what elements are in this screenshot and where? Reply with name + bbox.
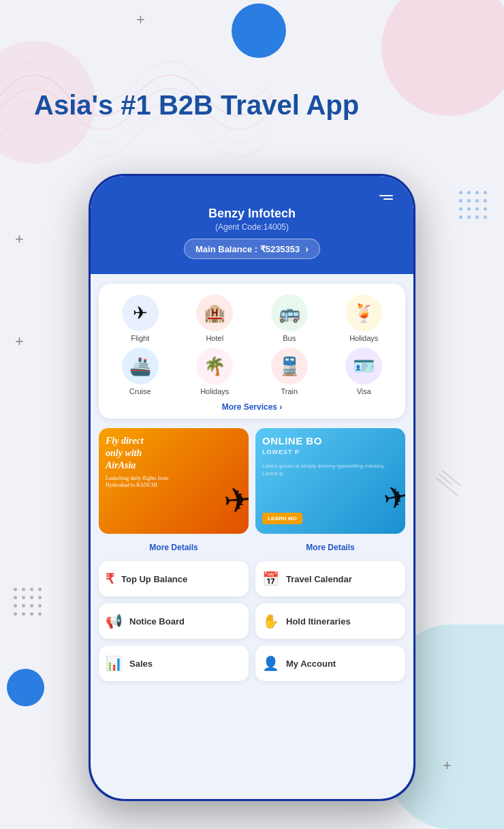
notice-board-label: Notice Board — [129, 616, 185, 627]
travel-calendar-label: Travel Calendar — [286, 574, 352, 584]
action-row-3: 📊 Sales 👤 My Account — [99, 646, 405, 681]
bg-circle — [7, 669, 44, 706]
banner-airasia[interactable]: Fly directonly withAirAsia Launching dai… — [99, 428, 249, 534]
travel-calendar-button[interactable]: 📅 Travel Calendar — [255, 561, 405, 597]
agent-code: (Agent Code:14005) — [104, 222, 400, 232]
plus-decoration: + — [443, 758, 452, 773]
hold-itineraries-button[interactable]: ✋ Hold Itineraries — [255, 603, 405, 639]
banner2-more: More Details — [255, 541, 405, 553]
service-label-train: Train — [281, 387, 298, 395]
plus-decoration: + — [136, 12, 145, 27]
action-buttons-area: ₹ Top Up Balance 📅 Travel Calendar 📢 Not… — [99, 561, 405, 688]
sales-label: Sales — [129, 659, 153, 669]
plus-decoration: + — [15, 334, 24, 349]
service-item-visa[interactable]: 🪪 Visa — [330, 348, 399, 395]
service-icon-holidays2: 🌴 — [196, 348, 233, 385]
balance-pill[interactable]: Main Balance : ₹5235353 › — [184, 239, 320, 259]
hold-icon: ✋ — [262, 613, 279, 629]
plane-icon: ✈ — [222, 479, 249, 521]
action-row-1: ₹ Top Up Balance 📅 Travel Calendar — [99, 561, 405, 597]
dot-grid — [14, 588, 44, 618]
banners-row: Fly directonly withAirAsia Launching dai… — [99, 428, 405, 534]
service-icon-bus: 🚌 — [271, 295, 308, 331]
my-account-button[interactable]: 👤 My Account — [255, 646, 405, 681]
app-title: Asia's #1 B2B Travel App — [34, 89, 359, 121]
services-card: ✈ Flight 🏨 Hotel 🚌 Bus 🍹 Holidays 🚢 Crui… — [99, 284, 405, 419]
banner-airasia-sub: Launching daily flights fromHyderabad to… — [106, 475, 168, 489]
menu-lines — [379, 195, 393, 200]
banner1-more: More Details — [99, 541, 249, 553]
action-row-2: 📢 Notice Board ✋ Hold Itineraries — [99, 603, 405, 639]
service-label-holidays: Holidays — [349, 334, 378, 342]
banner-online[interactable]: ONLINE BO LOWEST P Lorem ipsum is simply… — [255, 428, 405, 534]
more-services-label: More Services › — [222, 402, 283, 412]
service-icon-flight: ✈ — [122, 295, 159, 331]
hold-itineraries-label: Hold Itineraries — [286, 616, 351, 627]
service-item-hotel[interactable]: 🏨 Hotel — [180, 295, 250, 342]
more-services-button[interactable]: More Services › — [106, 402, 398, 412]
phone-frame: Benzy Infotech (Agent Code:14005) Main B… — [89, 174, 415, 801]
service-label-visa: Visa — [357, 387, 371, 395]
service-label-cruise: Cruise — [129, 387, 151, 395]
phone-header: Benzy Infotech (Agent Code:14005) Main B… — [91, 176, 413, 274]
topup-label: Top Up Balance — [121, 574, 187, 584]
notice-icon: 📢 — [106, 613, 123, 629]
service-item-holidays[interactable]: 🍹 Holidays — [330, 295, 399, 342]
service-label-bus: Bus — [283, 334, 296, 342]
plus-decoration: + — [15, 232, 24, 247]
service-label-flight: Flight — [131, 334, 149, 342]
company-name: Benzy Infotech — [104, 207, 400, 221]
my-account-label: My Account — [286, 659, 336, 669]
service-label-holidays2: Holidays — [200, 387, 229, 395]
sales-button[interactable]: 📊 Sales — [99, 646, 249, 681]
banner2-more-details[interactable]: More Details — [306, 543, 354, 552]
banner-online-sub: LOWEST P — [262, 449, 300, 455]
banner-online-body: Lorem ipsum is simply dummy typesetting … — [262, 462, 398, 477]
sales-icon: 📊 — [106, 655, 123, 672]
banner1-more-details[interactable]: More Details — [149, 543, 198, 552]
service-icon-hotel: 🏨 — [196, 295, 233, 331]
service-item-cruise[interactable]: 🚢 Cruise — [106, 348, 175, 395]
phone-screen: Benzy Infotech (Agent Code:14005) Main B… — [91, 176, 413, 799]
service-item-train[interactable]: 🚆 Train — [255, 348, 324, 395]
banners-more-row: More Details More Details — [99, 541, 405, 553]
deco-lines2 — [433, 470, 464, 499]
bg-decoration — [381, 0, 504, 116]
dot-grid — [459, 191, 489, 221]
service-icon-cruise: 🚢 — [122, 348, 159, 385]
service-icon-holidays: 🍹 — [345, 295, 382, 331]
service-item-flight[interactable]: ✈ Flight — [106, 295, 175, 342]
service-icon-train: 🚆 — [271, 348, 308, 385]
service-item-bus[interactable]: 🚌 Bus — [255, 295, 324, 342]
notice-board-button[interactable]: 📢 Notice Board — [99, 603, 249, 639]
topup-icon: ₹ — [106, 571, 114, 587]
service-item-holidays2[interactable]: 🌴 Holidays — [180, 348, 250, 395]
banner-online-title: ONLINE BO — [262, 435, 322, 447]
account-icon: 👤 — [262, 655, 279, 672]
balance-text: Main Balance : ₹5235353 — [195, 244, 300, 254]
service-icon-visa: 🪪 — [345, 348, 382, 385]
plane-icon-2: ✈ — [381, 478, 405, 517]
service-label-hotel: Hotel — [206, 334, 223, 342]
banner-airasia-text: Fly directonly withAirAsia Launching dai… — [106, 435, 168, 489]
notch-area — [104, 195, 400, 200]
banner-learn-more[interactable]: LEARN MO — [262, 513, 302, 524]
balance-arrow: › — [305, 243, 309, 254]
calendar-icon: 📅 — [262, 571, 279, 587]
topup-button[interactable]: ₹ Top Up Balance — [99, 561, 249, 597]
services-grid: ✈ Flight 🏨 Hotel 🚌 Bus 🍹 Holidays 🚢 Crui… — [106, 295, 398, 395]
